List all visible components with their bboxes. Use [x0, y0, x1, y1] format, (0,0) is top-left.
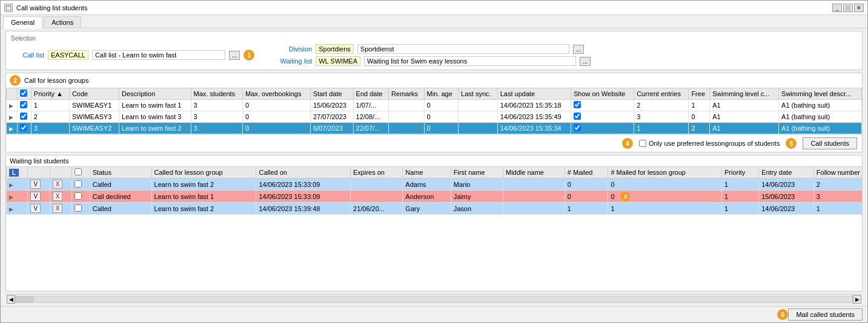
- show-website-cell[interactable]: [571, 123, 634, 134]
- v-btn-cell[interactable]: V: [28, 203, 50, 215]
- current-entries-cell: 1: [634, 123, 689, 134]
- first-name-cell: Jaimy: [451, 191, 503, 203]
- call-list-value-input[interactable]: [92, 50, 225, 60]
- division-row: Division Sportdiens ...: [279, 44, 591, 54]
- start-date-cell: 6/07/2023: [310, 123, 353, 134]
- check-cell[interactable]: [72, 178, 90, 191]
- call-students-button[interactable]: Call students: [803, 137, 857, 149]
- waiting-list-table: L Status Called for lesson group Called …: [6, 166, 862, 215]
- col-expires-on: Expires on: [351, 167, 403, 178]
- division-value-input[interactable]: [357, 44, 569, 54]
- x-btn-cell[interactable]: X: [50, 203, 71, 215]
- scrollbar-thumb[interactable]: [16, 296, 34, 302]
- lesson-groups-title: Call for lesson groups: [24, 77, 88, 84]
- swim-level-cell: A1: [710, 111, 779, 123]
- waiting-list-header: Waiting list students: [6, 155, 862, 166]
- called-for-group-cell: Learn to swim fast 1: [151, 191, 256, 203]
- minimize-button[interactable]: _: [832, 4, 842, 12]
- col-last-sync: Last sync.: [459, 88, 498, 100]
- expand-cell: ▶: [7, 111, 18, 123]
- badge-4: 4: [622, 138, 633, 149]
- wl-select-all[interactable]: [75, 168, 82, 175]
- check-cell[interactable]: [17, 123, 31, 134]
- check-cell[interactable]: [17, 100, 31, 111]
- name-cell: Adams: [403, 178, 451, 191]
- title-bar-left: Call waiting list students: [4, 4, 87, 12]
- division-browse-button[interactable]: ...: [573, 45, 584, 54]
- table-row[interactable]: ▶ V X Called Learn to swim fast 2 14/06/…: [7, 203, 863, 215]
- desc-cell: Learn to swim fast 1: [119, 100, 191, 111]
- entry-date-cell: 14/06/2023: [759, 203, 814, 215]
- badge-5: 5: [786, 138, 797, 149]
- x-button[interactable]: X: [53, 204, 63, 213]
- division-key: Sportdiens: [316, 44, 354, 54]
- show-website-cell[interactable]: [571, 111, 634, 123]
- select-all-checkbox[interactable]: [20, 90, 27, 97]
- horizontal-scrollbar[interactable]: ◀ ▶: [5, 294, 863, 304]
- follow-number-cell: 2: [813, 178, 862, 191]
- scroll-left-button[interactable]: ◀: [7, 295, 15, 304]
- col-wl-priority: Priority: [721, 167, 758, 178]
- expand-cell: ▶: [7, 191, 28, 203]
- table-row[interactable]: ▶ 3 SWIMEASY2 Learn to swim fast 2 3 0 6…: [7, 123, 862, 134]
- first-name-cell: Mario: [451, 178, 503, 191]
- v-button[interactable]: V: [30, 192, 41, 201]
- check-cell[interactable]: [72, 191, 90, 203]
- waiting-list-value-input[interactable]: [364, 56, 576, 66]
- x-btn-cell[interactable]: X: [50, 178, 71, 191]
- max-overbookings-cell: 0: [243, 100, 311, 111]
- col-remarks: Remarks: [389, 88, 425, 100]
- v-btn-cell[interactable]: V: [28, 191, 50, 203]
- tab-general[interactable]: General: [3, 16, 42, 28]
- swim-level-descr-cell: A1 (bathing suit): [779, 123, 862, 134]
- current-entries-cell: 3: [634, 111, 689, 123]
- swim-level-descr-cell: A1 (bathing suit): [779, 111, 862, 123]
- waiting-list-browse-button[interactable]: ...: [580, 57, 591, 66]
- table-row[interactable]: ▶ 2 SWIMEASY3 Learn to swim fast 3 3 0 2…: [7, 111, 862, 123]
- title-bar: Call waiting list students _ □ ✕: [1, 1, 867, 15]
- col-entry-date: Entry date: [759, 167, 814, 178]
- mail-called-students-button[interactable]: Mail called students: [788, 308, 863, 321]
- table-row[interactable]: ▶ V X Call declined Learn to swim fast 1…: [7, 191, 863, 203]
- waiting-list-row: Waiting list WL SWIMEA ...: [279, 56, 591, 66]
- col-swim-level: Swimming level c...: [710, 88, 779, 100]
- show-website-cell[interactable]: [571, 100, 634, 111]
- status-cell: Called: [90, 178, 151, 191]
- col-code: Code: [69, 88, 119, 100]
- lesson-groups-section: 2 Call for lesson groups Priority ▲ Code…: [5, 73, 863, 152]
- bottom-bar: 6 Mail called students: [1, 306, 867, 322]
- priority-cell: 3: [31, 123, 69, 134]
- v-button[interactable]: V: [30, 204, 41, 213]
- svg-rect-1: [7, 6, 10, 7]
- call-list-row: Call list EASYCALL ...: [11, 50, 240, 60]
- close-button[interactable]: ✕: [854, 4, 864, 12]
- v-button[interactable]: V: [30, 180, 41, 189]
- scrollbar-track[interactable]: [15, 296, 853, 303]
- lesson-groups-header: 2 Call for lesson groups: [6, 73, 862, 88]
- scroll-right-button[interactable]: ▶: [853, 295, 861, 304]
- table-row[interactable]: ▶ V X Called Learn to swim fast 2 14/06/…: [7, 178, 863, 191]
- col-expand: [7, 88, 18, 100]
- check-cell[interactable]: [72, 203, 90, 215]
- waiting-list-title: Waiting list students: [10, 157, 68, 165]
- col-free: Free: [689, 88, 710, 100]
- check-cell[interactable]: [17, 111, 31, 123]
- badge-6: 6: [777, 309, 788, 320]
- col-mailed: # Mailed: [565, 167, 608, 178]
- col-v-btn: [28, 167, 50, 178]
- code-cell: SWIMEASY3: [69, 111, 119, 123]
- call-list-browse-button[interactable]: ...: [229, 51, 240, 60]
- table-row[interactable]: ▶ 1 SWIMEASY1 Learn to swim fast 1 3 0 1…: [7, 100, 862, 111]
- col-status: Status: [90, 167, 151, 178]
- x-button[interactable]: X: [53, 192, 63, 201]
- min-age-cell: 0: [424, 100, 459, 111]
- selection-rows: Call list EASYCALL ... 1 Division Sportd…: [11, 44, 857, 66]
- code-cell: SWIMEASY2: [69, 123, 119, 134]
- v-btn-cell[interactable]: V: [28, 178, 50, 191]
- tab-actions[interactable]: Actions: [44, 16, 81, 28]
- x-btn-cell[interactable]: X: [50, 191, 71, 203]
- col-swim-level-descr: Swimming level descr...: [779, 88, 862, 100]
- maximize-button[interactable]: □: [843, 4, 853, 12]
- x-button[interactable]: X: [53, 180, 63, 189]
- preferred-groups-checkbox[interactable]: [639, 140, 646, 147]
